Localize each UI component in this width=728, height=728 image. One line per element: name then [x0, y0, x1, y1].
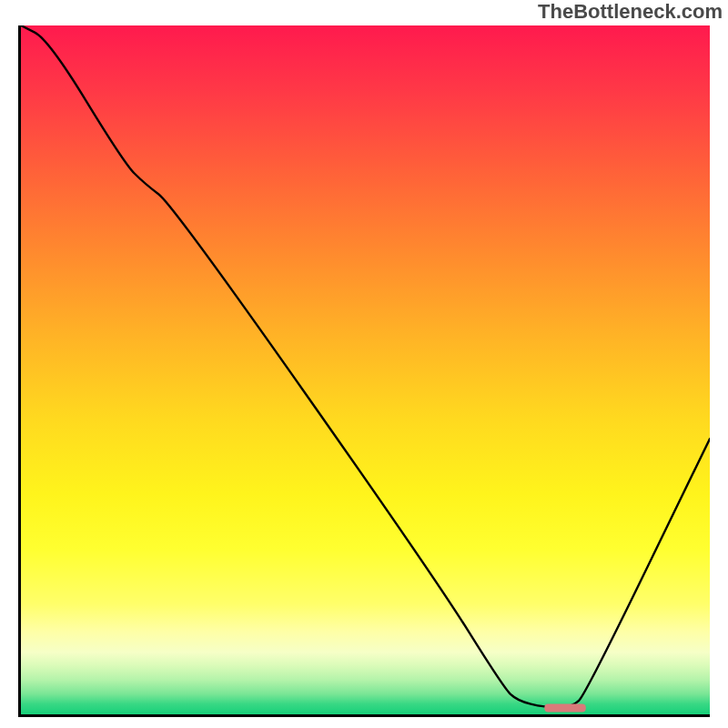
optimum-marker — [544, 703, 585, 712]
curve-layer — [21, 25, 710, 714]
plot-area — [18, 25, 710, 717]
bottleneck-curve — [21, 25, 710, 707]
site-watermark: TheBottleneck.com — [538, 0, 723, 24]
chart-frame: TheBottleneck.com — [0, 0, 728, 728]
